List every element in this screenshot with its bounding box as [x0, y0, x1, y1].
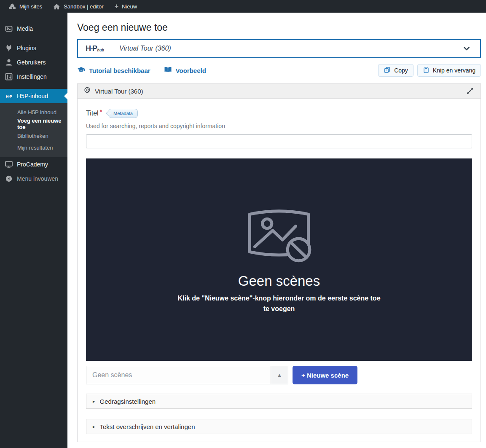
sidebar-item-label: Instellingen: [17, 73, 47, 80]
empty-state-heading: Geen scènes: [238, 273, 320, 289]
media-icon: [5, 24, 13, 33]
paste-replace-button-label: Knip en vervang: [433, 67, 475, 74]
paste-replace-button[interactable]: Knip en vervang: [417, 64, 481, 77]
example-link[interactable]: Voorbeeld: [164, 66, 206, 75]
h5p-hub-selector[interactable]: H-P hub Virtual Tour (360): [77, 39, 481, 58]
metadata-button[interactable]: Metadata: [108, 109, 138, 118]
submenu-item-all-h5p[interactable]: Alle H5P inhoud: [0, 106, 67, 118]
sidebar-item-label: H5P-inhoud: [17, 93, 48, 99]
scene-select-placeholder: Geen scènes: [86, 366, 271, 384]
caret-right-icon: ▸: [93, 399, 95, 404]
sidebar-item-procademy[interactable]: ProCademy: [0, 157, 67, 172]
settings-icon: [5, 72, 13, 81]
admin-bar-new-label: Nieuw: [122, 3, 137, 10]
copy-button[interactable]: Copy: [378, 64, 414, 77]
submenu-item-add-new[interactable]: Voeg een nieuwe toe: [0, 118, 67, 130]
sidebar-item-settings[interactable]: Instellingen: [0, 70, 67, 84]
accordion-text-overrides[interactable]: ▸ Tekst overschrijven en vertalingen: [86, 419, 472, 434]
graduation-cap-icon: [77, 67, 85, 75]
editor-panel-body: Titel * Metadata Used for searching, rep…: [78, 99, 481, 442]
accordion-behaviour-settings[interactable]: ▸ Gedragsinstellingen: [86, 394, 472, 409]
required-asterisk: *: [100, 108, 102, 115]
page-title: Voeg een nieuwe toe: [77, 22, 481, 33]
no-image-icon: [243, 205, 315, 266]
admin-bar-site-label: Sandbox | editor: [64, 3, 103, 10]
scene-controls-row: Geen scènes ▲ + Nieuwe scène: [86, 366, 472, 384]
scene-select-dropdown[interactable]: Geen scènes ▲: [86, 366, 288, 384]
title-field-description: Used for searching, reports and copyrigh…: [86, 123, 472, 129]
sidebar-item-collapse-menu[interactable]: Menu invouwen: [0, 172, 67, 186]
sidebar-item-label: Gebruikers: [17, 59, 46, 66]
new-scene-button[interactable]: + Nieuwe scène: [293, 366, 357, 384]
example-link-label: Voorbeeld: [176, 67, 206, 74]
sidebar-item-h5p-content[interactable]: H-P H5P-inhoud: [0, 89, 67, 103]
interactive-content-icon: [84, 87, 91, 95]
caret-right-icon: ▸: [93, 424, 95, 429]
sidebar-separator: [0, 13, 67, 21]
h5p-editor-panel: Virtual Tour (360) Titel * Metadata U: [77, 83, 481, 442]
book-icon: [164, 66, 172, 75]
editor-panel-title: Virtual Tour (360): [95, 88, 143, 95]
sidebar-separator: [0, 84, 67, 89]
plus-icon: +: [115, 3, 118, 10]
scene-preview-area: Geen scènes Klik de "Nieuwe scène"-knop …: [86, 158, 472, 361]
sidebar-item-media[interactable]: Media: [0, 21, 67, 36]
plugin-icon: [5, 44, 13, 52]
home-icon: [53, 3, 60, 10]
h5p-submenu: Alle H5P inhoud Voeg een nieuwe toe Bibl…: [0, 103, 67, 157]
accordion-label: Tekst overschrijven en vertalingen: [100, 423, 195, 430]
tutorial-link[interactable]: Tutorial beschikbaar: [77, 67, 150, 75]
tutorial-link-label: Tutorial beschikbaar: [89, 67, 150, 74]
dropdown-arrow-up-icon: ▲: [271, 366, 288, 384]
admin-bar-my-sites-label: Mijn sites: [19, 3, 42, 10]
sidebar-item-label: Plugins: [17, 45, 36, 51]
empty-state-message: Klik de "Nieuwe scène"-knop hieronder om…: [175, 293, 384, 314]
user-icon: [5, 58, 13, 67]
h5p-hub-logo: H-P hub: [86, 45, 104, 52]
admin-bar: Mijn sites Sandbox | editor + Nieuw: [0, 0, 486, 13]
admin-bar-my-sites[interactable]: Mijn sites: [3, 0, 48, 13]
sidebar-item-plugins[interactable]: Plugins: [0, 41, 67, 55]
network-icon: [8, 3, 16, 10]
collapse-arrow-icon: [5, 175, 13, 182]
title-input[interactable]: [86, 134, 472, 148]
accordion-label: Gedragsinstellingen: [100, 398, 156, 405]
content-toolbar: Tutorial beschikbaar Voorbeeld: [77, 64, 481, 77]
sidebar-separator: [0, 36, 67, 41]
copy-button-label: Copy: [394, 67, 408, 74]
editor-panel-header: Virtual Tour (360): [78, 84, 481, 99]
main-content: Voeg een nieuwe toe H-P hub Virtual Tour…: [67, 13, 486, 448]
admin-sidebar: Media Plugins Gebruikers: [0, 13, 67, 448]
selected-content-type: Virtual Tour (360): [119, 45, 171, 52]
sidebar-item-label: ProCademy: [17, 161, 48, 168]
admin-bar-new[interactable]: + Nieuw: [109, 0, 142, 13]
submenu-item-my-results[interactable]: Mijn resultaten: [0, 142, 67, 153]
monitor-icon: [5, 160, 13, 169]
sidebar-item-label: Media: [17, 25, 33, 32]
sidebar-item-label: Menu invouwen: [17, 175, 58, 182]
chevron-down-icon: [464, 47, 470, 51]
admin-bar-site[interactable]: Sandbox | editor: [48, 0, 109, 13]
h5p-icon: H-P: [5, 94, 13, 99]
submenu-item-libraries[interactable]: Biblliotheken: [0, 130, 67, 142]
title-field-label: Titel: [86, 110, 99, 117]
sidebar-item-users[interactable]: Gebruikers: [0, 55, 67, 70]
clipboard-icon: [423, 66, 430, 75]
copy-icon: [384, 66, 391, 75]
fullscreen-icon[interactable]: [466, 87, 474, 95]
